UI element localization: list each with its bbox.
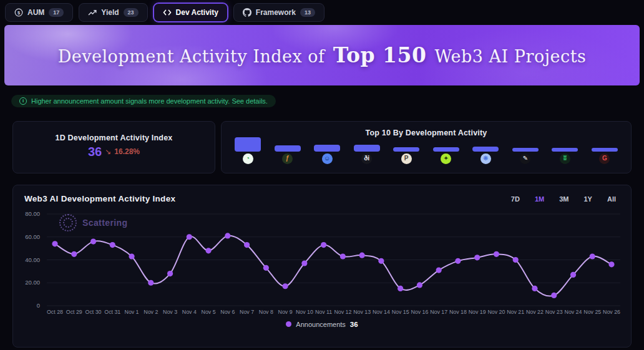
- range-3m[interactable]: 3M: [559, 195, 568, 203]
- top10-bar[interactable]: [592, 148, 618, 152]
- notice-row: i Higher announcement amount signals mor…: [11, 94, 644, 107]
- range-all[interactable]: All: [607, 195, 616, 203]
- index-card: 1D Development Activity Index 36 ↘ 16.28…: [12, 121, 215, 173]
- data-point-nov-26[interactable]: [608, 261, 614, 267]
- top10-column-project-7[interactable]: ❋: [472, 147, 499, 164]
- x-axis-tick: Nov 24: [565, 309, 582, 315]
- project-9-avatar-icon[interactable]: ʬ: [560, 153, 570, 164]
- x-axis-tick: Oct 30: [85, 309, 102, 315]
- data-point-nov-17[interactable]: [436, 267, 442, 273]
- y-axis-tick: 20.00: [25, 279, 40, 286]
- top10-bar[interactable]: [354, 145, 380, 152]
- data-point-oct-28[interactable]: [52, 241, 57, 246]
- project-7-avatar-icon[interactable]: ❋: [481, 153, 491, 164]
- x-axis-tick: Nov 16: [411, 309, 428, 315]
- data-point-nov-25[interactable]: [590, 253, 595, 259]
- top10-card-title: Top 10 By Development Activity: [234, 129, 618, 137]
- data-point-nov-11[interactable]: [321, 242, 326, 248]
- top10-column-project-10[interactable]: G: [591, 148, 618, 164]
- project-1-avatar-icon[interactable]: ◔: [243, 153, 253, 164]
- tab-framework[interactable]: Framework13: [233, 3, 324, 22]
- top10-bar[interactable]: [314, 145, 340, 152]
- top10-bar[interactable]: [552, 148, 578, 152]
- top10-bar[interactable]: [275, 145, 301, 152]
- x-axis-tick: Nov 20: [488, 309, 505, 315]
- top10-column-project-1[interactable]: ◔: [234, 137, 261, 164]
- tab-count-badge: 17: [49, 8, 64, 17]
- x-axis-tick: Nov 13: [353, 309, 371, 315]
- top10-column-project-8[interactable]: ✎: [512, 148, 539, 164]
- project-3-avatar-icon[interactable]: ☺: [322, 153, 333, 164]
- project-5-avatar-icon[interactable]: P: [401, 153, 412, 164]
- range-1m[interactable]: 1M: [535, 195, 544, 203]
- project-8-avatar-icon[interactable]: ✎: [520, 153, 530, 164]
- data-point-nov-14[interactable]: [378, 258, 384, 263]
- top10-column-project-4[interactable]: ði: [353, 145, 381, 164]
- tab-yield[interactable]: Yield23: [79, 3, 147, 22]
- project-4-avatar-icon[interactable]: ði: [361, 153, 372, 164]
- top10-card: Top 10 By Development Activity ◔ƒ☺ðiP✦❋✎…: [221, 121, 632, 173]
- main-chart-card: Web3 AI Development Activity Index 7D1M3…: [12, 185, 632, 348]
- x-axis-tick: Nov 4: [182, 309, 197, 315]
- top10-bar[interactable]: [512, 148, 539, 152]
- x-axis-tick: Nov 3: [163, 309, 177, 315]
- x-axis-tick: Nov 14: [373, 309, 390, 315]
- data-point-nov-4[interactable]: [187, 234, 192, 240]
- project-10-avatar-icon[interactable]: G: [599, 153, 610, 164]
- tab-aum[interactable]: $AUM17: [5, 3, 73, 22]
- data-point-nov-18[interactable]: [455, 258, 461, 263]
- data-point-nov-7[interactable]: [244, 242, 250, 248]
- x-axis-tick: Nov 11: [315, 309, 332, 315]
- data-point-nov-19[interactable]: [474, 255, 480, 260]
- x-axis-tick: Nov 7: [240, 309, 254, 315]
- x-axis-tick: Nov 23: [545, 309, 563, 315]
- data-point-nov-21[interactable]: [513, 256, 519, 262]
- banner-title-highlight: Top 150: [331, 43, 429, 67]
- tab-dev-activity[interactable]: Dev Activity: [154, 3, 228, 22]
- scattering-logo-icon: [59, 214, 77, 231]
- data-point-nov-2[interactable]: [148, 280, 154, 285]
- data-point-nov-16[interactable]: [417, 282, 422, 288]
- top10-column-project-2[interactable]: ƒ: [274, 145, 301, 164]
- data-point-oct-31[interactable]: [110, 242, 115, 248]
- top10-column-project-5[interactable]: P: [393, 147, 420, 164]
- info-icon: i: [19, 97, 27, 105]
- data-point-nov-8[interactable]: [263, 265, 269, 270]
- top10-column-project-3[interactable]: ☺: [313, 145, 341, 164]
- project-6-avatar-icon[interactable]: ✦: [441, 153, 451, 164]
- top10-bar[interactable]: [235, 137, 261, 152]
- data-point-nov-12[interactable]: [340, 253, 346, 259]
- data-point-nov-22[interactable]: [532, 285, 537, 291]
- chart-legend[interactable]: Announcements 36: [24, 321, 620, 328]
- data-point-nov-13[interactable]: [359, 252, 365, 258]
- data-point-nov-5[interactable]: [205, 248, 211, 253]
- range-7d[interactable]: 7D: [511, 195, 520, 203]
- data-point-nov-24[interactable]: [570, 271, 576, 277]
- data-point-nov-10[interactable]: [301, 260, 307, 266]
- x-axis-tick: Nov 26: [603, 309, 620, 315]
- top10-column-project-9[interactable]: ʬ: [551, 148, 578, 164]
- range-1y[interactable]: 1Y: [583, 195, 592, 203]
- announcement-notice[interactable]: i Higher announcement amount signals mor…: [11, 95, 276, 107]
- announcements-line: [55, 235, 612, 296]
- data-point-nov-9[interactable]: [283, 283, 288, 289]
- tab-count-badge: 13: [300, 8, 315, 17]
- project-2-avatar-icon[interactable]: ƒ: [282, 153, 293, 164]
- data-point-nov-3[interactable]: [167, 270, 173, 276]
- data-point-oct-30[interactable]: [90, 238, 96, 244]
- x-axis-tick: Nov 6: [220, 309, 235, 315]
- data-point-nov-15[interactable]: [398, 285, 403, 291]
- top10-bar[interactable]: [393, 147, 419, 152]
- data-point-nov-20[interactable]: [494, 251, 499, 256]
- top10-bar[interactable]: [433, 147, 459, 152]
- data-point-nov-23[interactable]: [551, 292, 557, 298]
- top10-bar[interactable]: [472, 147, 499, 152]
- top10-column-project-6[interactable]: ✦: [432, 147, 460, 164]
- y-axis-tick: 80.00: [25, 210, 40, 217]
- data-point-oct-29[interactable]: [71, 251, 77, 256]
- x-axis-tick: Nov 22: [526, 309, 544, 315]
- data-point-nov-1[interactable]: [129, 253, 134, 259]
- x-axis-tick: Nov 5: [202, 309, 216, 315]
- data-point-nov-6[interactable]: [225, 233, 230, 238]
- watermark-text: Scattering: [82, 218, 127, 228]
